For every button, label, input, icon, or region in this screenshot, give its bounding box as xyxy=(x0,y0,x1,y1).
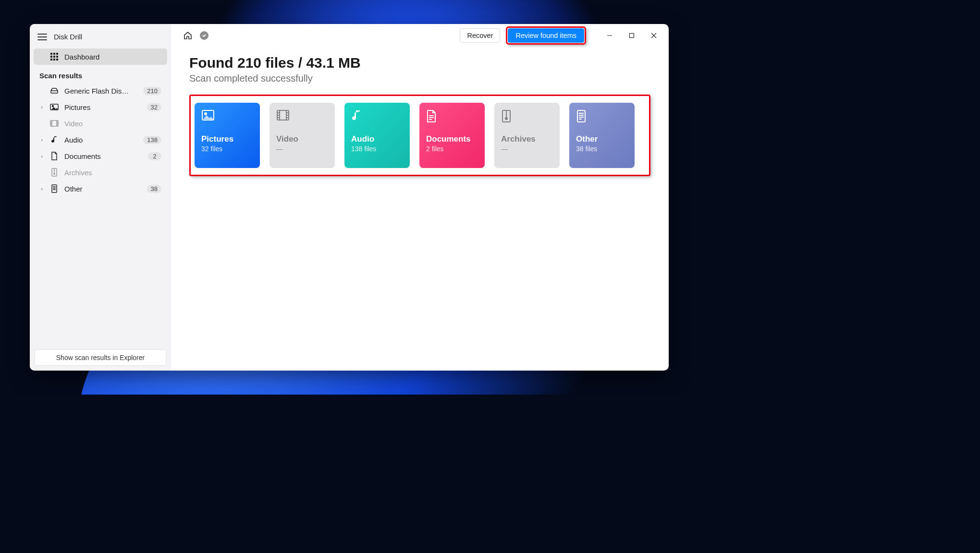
sidebar-item-dashboard[interactable]: › Dashboard xyxy=(34,48,167,65)
maximize-button[interactable] xyxy=(621,26,643,45)
sidebar-nav: › Dashboard Scan results › Generic Flash… xyxy=(30,47,171,199)
card-sub: 2 files xyxy=(426,145,478,153)
card-title: Other xyxy=(576,134,628,144)
svg-rect-6 xyxy=(50,59,52,60)
svg-rect-2 xyxy=(56,53,58,55)
app-window: Disk Drill › Dashboard Scan results › Ge… xyxy=(30,24,669,371)
card-video[interactable]: Video — xyxy=(270,103,335,168)
disk-icon xyxy=(50,86,59,95)
home-icon[interactable] xyxy=(183,30,193,41)
music-icon xyxy=(351,109,365,123)
svg-rect-8 xyxy=(56,59,58,60)
svg-rect-24 xyxy=(52,185,57,192)
sidebar-item-label: Video xyxy=(64,120,83,128)
count-badge: 138 xyxy=(143,136,161,144)
card-sub: 32 files xyxy=(201,145,253,153)
app-title: Disk Drill xyxy=(54,33,82,41)
card-title: Pictures xyxy=(201,134,253,144)
file-icon xyxy=(50,184,59,193)
sidebar-header: Disk Drill xyxy=(30,29,171,47)
results-headline: Found 210 files / 43.1 MB xyxy=(189,55,650,71)
card-audio[interactable]: Audio 138 files xyxy=(344,103,410,168)
recover-button[interactable]: Recover xyxy=(460,28,500,43)
chevron-right-icon: › xyxy=(39,153,44,159)
svg-rect-4 xyxy=(53,56,55,58)
card-title: Audio xyxy=(351,134,403,144)
card-title: Documents xyxy=(426,134,478,144)
sidebar-item-other[interactable]: › Other 38 xyxy=(34,180,167,197)
sidebar-item-pictures[interactable]: › Pictures 32 xyxy=(34,99,167,115)
review-found-items-button[interactable]: Review found items xyxy=(508,28,584,43)
card-other[interactable]: Other 38 files xyxy=(569,103,635,168)
main-panel: Recover Review found items Found 210 fil… xyxy=(171,24,669,371)
file-icon xyxy=(576,109,589,123)
archive-icon xyxy=(50,168,59,177)
video-icon xyxy=(276,109,290,123)
close-button[interactable] xyxy=(643,26,665,45)
show-in-explorer-button[interactable]: Show scan results in Explorer xyxy=(35,349,166,366)
svg-point-23 xyxy=(54,173,55,174)
chevron-right-icon: › xyxy=(39,186,44,192)
card-archives[interactable]: Archives — xyxy=(494,103,560,168)
svg-point-11 xyxy=(52,106,54,107)
sidebar-item-video[interactable]: › Video xyxy=(34,115,167,132)
sidebar-item-label: Archives xyxy=(64,168,92,177)
sidebar-item-archives[interactable]: › Archives xyxy=(34,164,167,180)
minimize-button[interactable] xyxy=(599,26,621,45)
card-pictures[interactable]: Pictures 32 files xyxy=(195,103,260,168)
sidebar-item-label: Audio xyxy=(64,136,83,144)
sidebar-item-label: Pictures xyxy=(64,103,90,111)
video-icon xyxy=(50,119,59,128)
chevron-right-icon: › xyxy=(39,137,44,143)
svg-point-33 xyxy=(205,113,207,115)
card-title: Video xyxy=(276,134,328,144)
svg-rect-1 xyxy=(53,53,55,55)
menu-icon[interactable] xyxy=(37,34,47,40)
card-sub: 38 files xyxy=(576,145,628,153)
window-controls xyxy=(599,26,665,45)
card-sub: — xyxy=(276,145,328,153)
document-icon xyxy=(50,152,59,160)
archive-icon xyxy=(501,109,514,123)
content-area: Found 210 files / 43.1 MB Scan completed… xyxy=(171,47,669,186)
sidebar-item-label: Generic Flash Disk USB… xyxy=(64,87,132,95)
topbar: Recover Review found items xyxy=(171,24,669,47)
results-subhead: Scan completed successfully xyxy=(189,73,650,84)
count-badge: 2 xyxy=(148,152,161,160)
svg-rect-49 xyxy=(577,110,585,122)
sidebar-item-disk[interactable]: › Generic Flash Disk USB… 210 xyxy=(34,83,167,99)
svg-rect-29 xyxy=(630,34,634,38)
sidebar-item-label: Other xyxy=(64,185,83,193)
sidebar-item-audio[interactable]: › Audio 138 xyxy=(34,132,167,148)
grid-icon xyxy=(50,52,59,61)
svg-rect-5 xyxy=(56,56,58,58)
count-badge: 210 xyxy=(143,87,161,95)
document-icon xyxy=(426,109,440,123)
svg-rect-3 xyxy=(50,56,52,58)
card-documents[interactable]: Documents 2 files xyxy=(419,103,485,168)
sidebar-item-documents[interactable]: › Documents 2 xyxy=(34,148,167,164)
chevron-right-icon: › xyxy=(39,104,44,110)
card-title: Archives xyxy=(501,134,553,144)
image-icon xyxy=(50,103,59,111)
image-icon xyxy=(201,109,215,123)
music-icon xyxy=(50,135,59,144)
review-button-highlight: Review found items xyxy=(506,26,586,45)
count-badge: 38 xyxy=(147,185,161,193)
sidebar-item-label: Dashboard xyxy=(64,53,99,61)
svg-rect-7 xyxy=(53,59,55,60)
svg-rect-0 xyxy=(50,53,52,55)
svg-point-48 xyxy=(505,118,507,120)
scan-complete-icon xyxy=(199,30,209,41)
sidebar: Disk Drill › Dashboard Scan results › Ge… xyxy=(30,24,171,371)
sidebar-footer: Show scan results in Explorer xyxy=(30,345,171,371)
sidebar-item-label: Documents xyxy=(64,152,101,160)
count-badge: 32 xyxy=(147,103,161,111)
card-sub: 138 files xyxy=(351,145,403,153)
category-cards-highlight: Pictures 32 files Video — Audio 138 file… xyxy=(189,95,650,176)
sidebar-section-scan-results: Scan results xyxy=(34,65,167,83)
card-sub: — xyxy=(501,145,553,153)
